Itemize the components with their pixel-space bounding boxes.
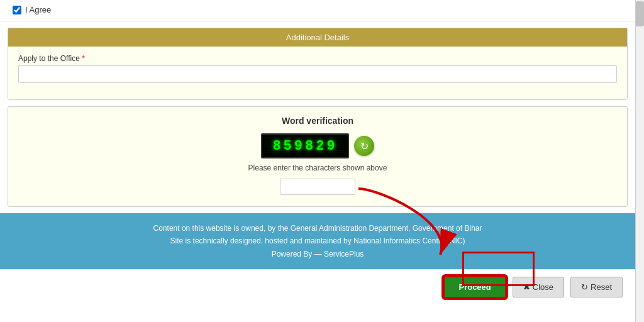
required-star: * — [80, 54, 85, 63]
footer-line2: Site is technically designed, hosted and… — [13, 235, 623, 247]
i-agree-checkbox[interactable] — [13, 6, 21, 14]
word-verification-title: Word verification — [18, 116, 617, 126]
captcha-input[interactable] — [280, 179, 355, 195]
i-agree-section: I Agree — [0, 0, 635, 21]
content-area: I Agree Additional Details Apply to the … — [0, 0, 635, 322]
bottom-buttons: Proceed ✖ Close ↻ Reset — [0, 269, 635, 304]
footer-line3: Powered By — ServicePlus — [13, 248, 623, 260]
proceed-button[interactable]: Proceed — [443, 276, 506, 298]
additional-details-section: Additional Details Apply to the Office * — [8, 28, 628, 100]
main-container: I Agree Additional Details Apply to the … — [0, 0, 644, 322]
footer-line1: Content on this website is owned, by the… — [13, 222, 623, 235]
apply-to-office-group: Apply to the Office * — [18, 54, 617, 83]
close-label: Close — [533, 282, 553, 292]
captcha-hint: Please enter the characters shown above — [18, 164, 617, 172]
captcha-container: 859829 ↻ — [18, 133, 617, 158]
captcha-image: 859829 — [261, 133, 349, 158]
reset-icon: ↻ — [581, 282, 588, 292]
close-button[interactable]: ✖ Close — [513, 277, 564, 297]
reset-label: Reset — [591, 282, 612, 292]
close-icon: ✖ — [523, 282, 530, 292]
captcha-refresh-button[interactable]: ↻ — [354, 136, 374, 156]
word-verification-section: Word verification 859829 ↻ Please enter … — [8, 106, 628, 207]
captcha-input-container — [18, 179, 617, 195]
additional-details-header: Additional Details — [8, 28, 627, 47]
reset-button[interactable]: ↻ Reset — [570, 277, 623, 297]
apply-to-office-label: Apply to the Office * — [18, 54, 617, 63]
scrollbar[interactable] — [635, 0, 644, 322]
footer-banner: Content on this website is owned, by the… — [0, 213, 635, 269]
apply-to-office-input[interactable] — [18, 65, 617, 83]
additional-details-body: Apply to the Office * — [8, 47, 627, 99]
i-agree-text: I Agree — [25, 5, 51, 14]
i-agree-label: I Agree — [13, 5, 623, 14]
scrollbar-thumb[interactable] — [636, 1, 644, 26]
